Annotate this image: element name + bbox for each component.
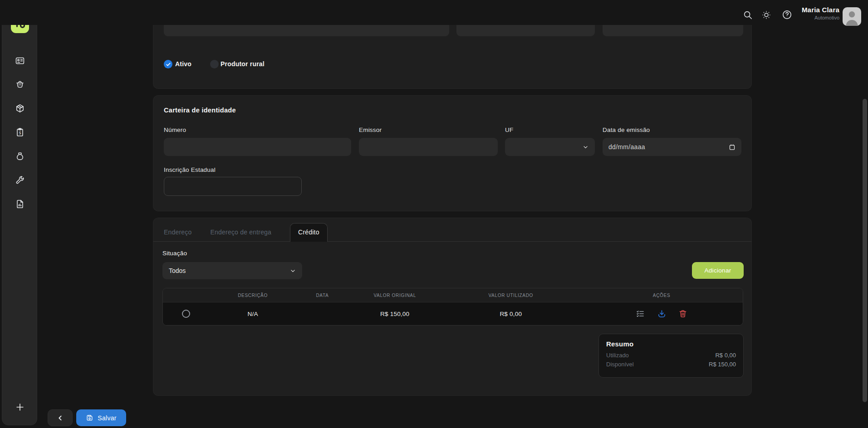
cell-descricao: N/A [209,311,296,317]
col-data: DATA [296,293,348,298]
col-descricao: DESCRIÇÃO [209,293,296,298]
brightness-icon [761,10,771,20]
clipboard-dollar-icon: $ [15,127,25,137]
user-meta: Maria Clara Automotivo [802,6,839,20]
row-radio[interactable] [182,310,190,318]
emissor-label: Emissor [359,126,382,133]
app-root: $ [0,0,868,428]
theme-toggle-button[interactable] [761,10,771,20]
chevron-left-icon [57,414,64,422]
basket-icon [15,79,25,89]
resumo-title: Resumo [606,340,736,348]
disponivel-value: R$ 150,00 [709,360,736,369]
wrench-icon [15,175,25,185]
data-emissao-label: Data de emissão [603,126,650,133]
disponivel-label: Disponível [606,360,634,369]
download-action[interactable] [657,309,666,318]
emissor-input[interactable] [359,138,498,156]
utilizado-value: R$ 0,00 [715,351,736,360]
table-row: N/A R$ 150,00 R$ 0,00 [163,302,743,325]
help-icon [782,10,792,20]
uf-label: UF [505,126,513,133]
tab-endereco[interactable]: Endereço [164,223,192,241]
credit-table: DESCRIÇÃO DATA VALOR ORIGINAL VALOR UTIL… [162,288,743,326]
sidebar-item-products[interactable] [15,103,25,113]
package-icon [15,103,25,113]
col-valor-utilizado: VALOR UTILIZADO [441,293,580,298]
delete-action[interactable] [678,309,687,318]
back-button[interactable] [48,409,73,426]
sidebar: $ [2,5,37,425]
inscricao-estadual-input[interactable] [164,177,302,196]
save-button-label: Salvar [98,414,116,422]
sidebar-item-billing[interactable]: $ [15,127,25,137]
sidebar-add-button[interactable] [15,402,25,412]
numero-label: Número [164,126,186,133]
calendar-icon [729,144,736,151]
top-header: Maria Clara Automotivo [0,0,868,25]
produtor-rural-checkbox[interactable] [210,60,219,68]
credit-table-header: DESCRIÇÃO DATA VALOR ORIGINAL VALOR UTIL… [163,288,743,302]
inscricao-estadual-label: Inscrição Estadual [164,166,216,173]
data-emissao-input[interactable]: dd/mm/aaaa [603,138,741,156]
sidebar-item-services[interactable] [15,175,25,185]
save-button[interactable]: Salvar [76,409,126,426]
user-name: Maria Clara [802,6,839,14]
id-card-icon [15,56,25,66]
user-role: Automotivo [802,15,839,20]
tab-endereco-entrega[interactable]: Endereço de entrega [211,223,272,241]
plus-icon [15,402,25,412]
search-icon [743,10,753,20]
resumo-disponivel-row: Disponível R$ 150,00 [606,360,736,369]
col-valor-original: VALOR ORIGINAL [348,293,441,298]
col-acoes: AÇÕES [580,293,743,298]
numero-input[interactable] [164,138,351,156]
details-action[interactable] [636,309,645,318]
download-icon [657,309,667,319]
file-chart-icon [15,199,25,209]
scrollbar-thumb[interactable] [863,99,867,402]
cell-acoes [580,309,743,318]
sidebar-item-finance[interactable] [15,151,25,161]
identity-title: Carteira de identidade [164,107,236,114]
tabstrip: Endereço Endereço de entrega Crédito [153,223,751,242]
resumo-panel: Resumo Utilizado R$ 0,00 Disponível R$ 1… [598,334,744,378]
ativo-checkbox[interactable] [164,60,172,68]
sidebar-item-reports[interactable] [15,199,25,209]
chevron-down-icon [583,144,588,150]
floppy-icon [86,414,93,422]
avatar[interactable] [843,7,861,26]
svg-text:$: $ [19,131,21,135]
money-bag-icon [15,151,25,161]
tab-credito[interactable]: Crédito [290,223,328,242]
sidebar-item-contacts[interactable] [15,56,25,66]
credit-card: Endereço Endereço de entrega Crédito Sit… [153,218,752,396]
situacao-label: Situação [162,250,187,257]
cell-valor-utilizado: R$ 0,00 [441,311,580,317]
check-icon [166,62,171,67]
adicionar-button[interactable]: Adicionar [692,262,744,279]
identity-card: Carteira de identidade Número Emissor UF… [153,95,752,211]
help-button[interactable] [782,10,792,19]
ativo-label: Ativo [175,60,191,68]
resumo-utilizado-row: Utilizado R$ 0,00 [606,351,736,360]
uf-select[interactable] [505,138,595,156]
date-placeholder: dd/mm/aaaa [608,143,645,151]
produtor-rural-label: Produtor rural [221,60,265,68]
sidebar-item-sales[interactable] [15,79,25,89]
situacao-select[interactable]: Todos [162,262,302,279]
utilizado-label: Utilizado [606,351,629,360]
checklist-icon [636,309,645,318]
chevron-down-icon [290,268,296,274]
situacao-select-value: Todos [169,267,186,274]
cell-valor-original: R$ 150,00 [348,311,441,317]
trash-icon [678,309,687,318]
search-button[interactable] [743,10,753,20]
person-icon [843,7,861,26]
